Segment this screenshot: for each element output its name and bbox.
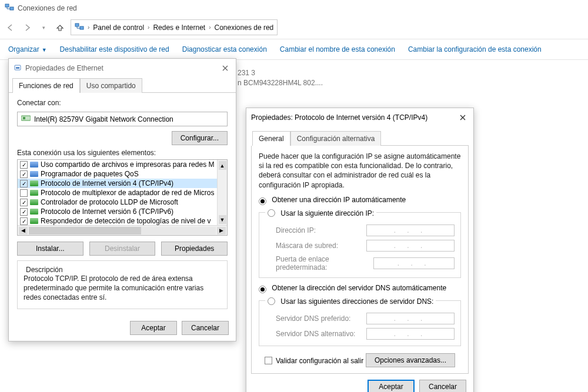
organize-menu[interactable]: Organizar▼	[8, 45, 47, 53]
protocol-checkbox[interactable]	[20, 199, 28, 206]
protocol-label: Uso compartido de archivos e impresoras …	[41, 160, 214, 169]
protocol-list-item[interactable]: Uso compartido de archivos e impresoras …	[18, 160, 217, 169]
protocol-checkbox[interactable]	[20, 161, 28, 169]
tab-network-functions[interactable]: Funciones de red	[12, 78, 80, 93]
radio-manual-ip-label[interactable]: Usar la siguiente dirección IP:	[280, 209, 374, 217]
network-icon	[75, 22, 84, 33]
command-bar: Organizar▼ Deshabilitar este dispositivo…	[0, 39, 588, 60]
chevron-right-icon: ›	[209, 24, 211, 31]
protocol-checkbox[interactable]	[20, 189, 28, 197]
ethernet-properties-dialog: Propiedades de Ethernet Funciones de red…	[8, 58, 236, 341]
ok-button[interactable]: Aceptar	[130, 321, 177, 335]
validate-label: Validar configuración al salir	[276, 357, 363, 365]
protocol-list-item[interactable]: Controlador de protocolo LLDP de Microso…	[18, 197, 217, 207]
properties-button[interactable]: Propiedades	[161, 242, 228, 256]
install-button[interactable]: Instalar...	[17, 242, 83, 256]
cancel-button[interactable]: Cancelar	[419, 380, 466, 392]
tab-bar: General Configuración alternativa	[252, 130, 469, 146]
description-title: Descripción	[24, 266, 65, 274]
radio-auto-ip[interactable]	[259, 197, 266, 205]
address-bar[interactable]: › Panel de control › Redes e Internet › …	[71, 19, 278, 35]
diagnose-button[interactable]: Diagnosticar esta conexión	[182, 45, 267, 53]
close-icon[interactable]	[457, 112, 469, 123]
tab-sharing[interactable]: Uso compartido	[80, 78, 142, 93]
protocol-label: Protocolo de Internet versión 4 (TCP/IPv…	[41, 179, 173, 187]
scroll-up-icon[interactable]: ▲	[219, 161, 226, 170]
protocol-list-item[interactable]: Protocolo de multiplexor de adaptador de…	[18, 188, 217, 197]
chevron-right-icon: ›	[88, 24, 89, 31]
protocol-list-item[interactable]: Programador de paquetes QoS	[18, 169, 217, 179]
breadcrumb[interactable]: Panel de control	[93, 24, 144, 32]
close-icon[interactable]	[219, 62, 231, 74]
protocol-icon	[30, 180, 38, 186]
vertical-scrollbar[interactable]: ▲ ▼	[217, 160, 227, 225]
protocol-icon	[30, 190, 38, 196]
protocol-list-item[interactable]: Protocolo de Internet versión 4 (TCP/IPv…	[18, 179, 217, 188]
tab-alt-config[interactable]: Configuración alternativa	[290, 131, 382, 146]
radio-manual-ip[interactable]	[268, 209, 275, 217]
protocol-list-item[interactable]: Respondedor de detección de topologías d…	[18, 216, 217, 226]
protocol-icon	[30, 218, 38, 224]
protocol-icon	[30, 162, 38, 167]
ipv4-properties-dialog: Propiedades: Protocolo de Internet versi…	[246, 108, 474, 392]
disable-device-button[interactable]: Deshabilitar este dispositivo de red	[60, 45, 169, 53]
nav-up-icon[interactable]	[54, 22, 66, 33]
radio-manual-dns-label[interactable]: Usar las siguientes direcciones de servi…	[280, 297, 433, 306]
protocol-label: Protocolo de multiplexor de adaptador de…	[41, 189, 215, 197]
protocol-list-item[interactable]: Protocolo de Internet versión 6 (TCP/IPv…	[18, 207, 217, 216]
svg-rect-6	[21, 116, 31, 120]
radio-auto-dns-label[interactable]: Obtener la dirección del servidor DNS au…	[272, 284, 446, 292]
protocol-label: Respondedor de detección de topologías d…	[41, 217, 211, 225]
protocol-icon	[30, 209, 38, 215]
protocol-checkbox[interactable]	[20, 170, 28, 178]
protocol-checkbox[interactable]	[20, 208, 28, 216]
svg-rect-7	[23, 117, 25, 119]
protocol-checkbox[interactable]	[20, 180, 28, 187]
dns-preferred-field: . . .	[366, 313, 455, 324]
breadcrumb[interactable]: Conexiones de red	[215, 24, 274, 32]
change-settings-button[interactable]: Cambiar la configuración de esta conexió…	[408, 45, 542, 53]
validate-checkbox-row[interactable]: Validar configuración al salir	[265, 356, 363, 365]
dns-alternate-field: . . .	[366, 328, 455, 340]
subnet-mask-field: . . .	[366, 240, 455, 252]
nav-forward-icon[interactable]	[21, 22, 33, 33]
ethernet-icon	[14, 63, 22, 73]
scrollbar-thumb[interactable]	[29, 227, 141, 234]
protocol-icon	[30, 171, 38, 177]
adapter-name-field: Intel(R) 82579V Gigabit Network Connecti…	[17, 112, 228, 126]
radio-auto-dns[interactable]	[259, 286, 266, 293]
chevron-right-icon: ›	[148, 24, 149, 31]
scroll-down-icon[interactable]: ▼	[219, 215, 226, 224]
scroll-right-icon[interactable]: ▶	[217, 227, 226, 234]
svg-rect-0	[5, 4, 9, 7]
network-icon	[5, 2, 14, 14]
rename-button[interactable]: Cambiar el nombre de esta conexión	[280, 45, 395, 53]
radio-manual-dns[interactable]	[268, 297, 275, 305]
chevron-down-icon: ▼	[42, 47, 47, 53]
cancel-button[interactable]: Cancelar	[182, 321, 229, 335]
protocol-listbox[interactable]: Uso compartido de archivos e impresoras …	[17, 159, 228, 236]
dialog-titlebar[interactable]: Propiedades: Protocolo de Internet versi…	[246, 108, 473, 127]
breadcrumb[interactable]: Redes e Internet	[153, 24, 205, 32]
validate-checkbox[interactable]	[265, 357, 272, 364]
dialog-titlebar[interactable]: Propiedades de Ethernet	[9, 59, 236, 78]
nav-back-icon[interactable]	[5, 22, 16, 33]
elements-label: Esta conexión usa los siguientes element…	[17, 149, 228, 157]
advanced-button[interactable]: Opciones avanzadas...	[366, 353, 455, 367]
scroll-left-icon[interactable]: ◀	[19, 227, 28, 234]
manual-dns-group: Usar las siguientes direcciones de servi…	[259, 296, 461, 346]
nav-bar: ▾ › Panel de control › Redes e Internet …	[0, 16, 588, 39]
nav-recent-icon[interactable]: ▾	[38, 22, 49, 33]
window-title: Conexiones de red	[18, 4, 77, 12]
dns-preferred-label: Servidor DNS preferido:	[276, 314, 350, 323]
dialog-title: Propiedades de Ethernet	[25, 64, 103, 72]
protocol-icon	[30, 199, 38, 205]
horizontal-scrollbar[interactable]: ◀ ▶	[18, 225, 227, 235]
tab-general[interactable]: General	[252, 131, 290, 146]
radio-auto-ip-label[interactable]: Obtener una dirección IP automáticamente	[272, 196, 406, 204]
ok-button[interactable]: Aceptar	[368, 380, 415, 392]
configure-button[interactable]: Configurar...	[172, 131, 228, 145]
protocol-checkbox[interactable]	[20, 217, 28, 225]
adapter-name: Intel(R) 82579V Gigabit Network Connecti…	[34, 115, 173, 123]
protocol-label: Protocolo de Internet versión 6 (TCP/IPv…	[41, 207, 173, 216]
